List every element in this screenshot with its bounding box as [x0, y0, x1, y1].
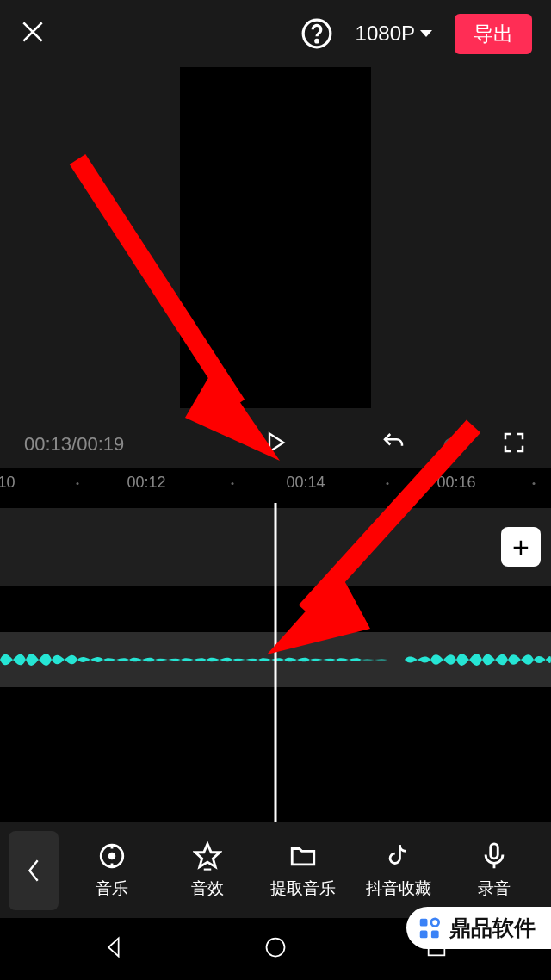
resolution-selector[interactable]: 1080P: [349, 22, 439, 46]
tool-record[interactable]: 录音: [447, 841, 542, 900]
timeline-ruler: 0:10 00:12 00:14 00:16: [0, 468, 551, 499]
mic-icon: [480, 841, 509, 871]
playhead[interactable]: [275, 503, 277, 822]
svg-point-8: [266, 939, 284, 957]
tool-douyin-favorites[interactable]: 抖音收藏: [351, 841, 447, 900]
nav-back-icon[interactable]: [102, 935, 127, 963]
svg-point-11: [431, 918, 439, 926]
add-clip-button[interactable]: +: [501, 527, 541, 567]
close-icon[interactable]: [19, 18, 46, 49]
fullscreen-button[interactable]: [501, 430, 527, 459]
audio-toolbar: 音乐 音效 提取音乐 抖音收藏 录音: [0, 823, 551, 918]
timecode: 00:13/00:19: [24, 433, 124, 456]
watermark-logo-icon: [417, 915, 443, 941]
resolution-label: 1080P: [356, 22, 415, 46]
svg-rect-10: [420, 918, 428, 926]
nav-home-icon[interactable]: [263, 935, 288, 963]
caret-down-icon: [420, 30, 432, 37]
play-button[interactable]: [263, 430, 288, 459]
timeline[interactable]: 0:10 00:12 00:14 00:16 +: [0, 468, 551, 822]
redo-button[interactable]: [441, 430, 467, 459]
folder-icon: [288, 841, 318, 871]
help-icon[interactable]: [300, 17, 333, 50]
svg-rect-13: [431, 930, 439, 938]
header-bar: 1080P 导出: [0, 0, 551, 67]
star-icon: [193, 841, 222, 871]
douyin-icon: [384, 841, 413, 871]
watermark-badge: 鼎品软件: [406, 907, 551, 949]
preview-area: [0, 67, 551, 420]
playback-bar: 00:13/00:19: [0, 420, 551, 468]
tool-label: 录音: [478, 878, 511, 900]
svg-rect-7: [491, 844, 498, 859]
export-button[interactable]: 导出: [455, 14, 532, 54]
music-icon: [97, 841, 127, 871]
svg-point-6: [109, 853, 115, 859]
tool-music[interactable]: 音乐: [64, 841, 159, 900]
svg-rect-12: [420, 930, 428, 938]
toolbar-back-button[interactable]: [9, 831, 59, 910]
video-preview[interactable]: [180, 67, 371, 408]
tool-sound-effect[interactable]: 音效: [159, 841, 255, 900]
tool-label: 音效: [191, 878, 224, 900]
tool-extract-music[interactable]: 提取音乐: [255, 841, 350, 900]
tool-label: 提取音乐: [270, 878, 336, 900]
tool-label: 音乐: [96, 878, 128, 900]
undo-button[interactable]: [381, 430, 406, 459]
tool-label: 抖音收藏: [366, 878, 431, 900]
svg-point-1: [315, 40, 318, 42]
watermark-text: 鼎品软件: [449, 914, 536, 942]
